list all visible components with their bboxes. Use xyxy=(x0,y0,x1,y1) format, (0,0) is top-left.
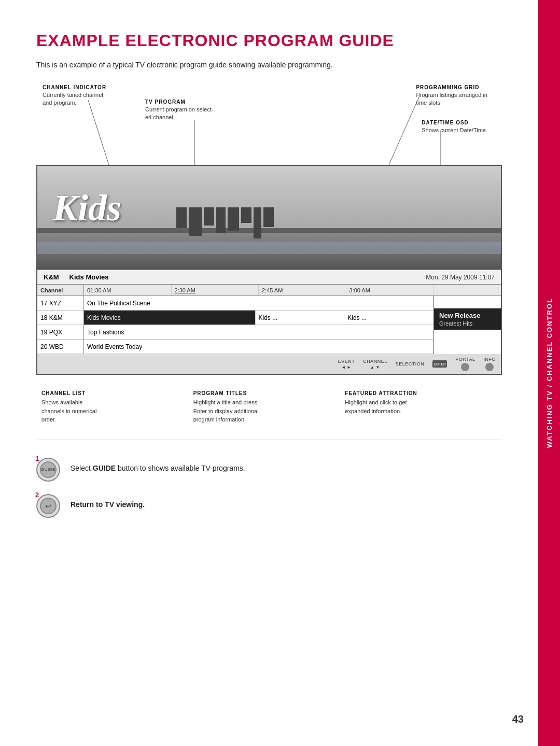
epg-diagram: CHANNEL INDICATOR Currently tuned channe… xyxy=(36,85,502,375)
programs-18km: Kids Movies Kids ... Kids ... xyxy=(84,311,433,325)
control-event[interactable]: EVENT ◄► xyxy=(338,359,355,370)
step-2-number: 2 xyxy=(35,491,39,499)
program-kids-2[interactable]: Kids ... xyxy=(344,311,433,325)
control-event-label: EVENT xyxy=(338,359,355,364)
time-0230: 2:30 AM xyxy=(172,285,259,295)
channel-19pqx: 19 PQX xyxy=(37,325,84,339)
guide-button[interactable]: GUIDE xyxy=(40,461,57,478)
enter-button[interactable]: ENTER xyxy=(432,360,447,368)
side-tab-text: WATCHING TV / CHANNEL CONTROL xyxy=(545,298,553,448)
control-info[interactable]: INFO xyxy=(484,357,496,371)
step-2: 2 ↩ Return to TV viewing. xyxy=(36,492,502,518)
portal-button[interactable] xyxy=(461,363,469,371)
annotation-channel-indicator: CHANNEL INDICATOR Currently tuned channe… xyxy=(43,85,106,107)
channel-17xyz: 17 XYZ xyxy=(37,296,84,310)
svg-line-0 xyxy=(88,100,109,165)
step-2-desc: Return to TV viewing. xyxy=(71,499,145,510)
annotation-channel-list: CHANNEL LIST Shows availablechannels in … xyxy=(41,390,193,424)
control-portal-label: PORTAL xyxy=(455,357,475,362)
video-area: Kids xyxy=(37,166,501,270)
side-tab: WATCHING TV / CHANNEL CONTROL xyxy=(538,0,560,746)
control-selection-label: SELECTION xyxy=(396,361,425,367)
channel-18km: 18 K&M xyxy=(37,311,84,325)
col-header-channel: Channel xyxy=(37,285,84,295)
program-top-fashions[interactable]: Top Fashions xyxy=(84,325,433,339)
featured-subtitle: Greatest Hits xyxy=(439,320,496,327)
info-button[interactable] xyxy=(485,363,494,371)
channel-arrows: ▲▼ xyxy=(370,365,380,370)
step-1-button[interactable]: GUIDE xyxy=(36,458,60,482)
featured-box[interactable]: New Release Greatest Hits xyxy=(433,308,501,330)
program-political-scene[interactable]: On The Political Scene xyxy=(84,296,433,310)
control-info-label: INFO xyxy=(484,357,496,362)
page-title: EXAMPLE ELECTRONIC PROGRAM GUIDE xyxy=(36,31,502,50)
programs-19pqx: Top Fashions xyxy=(84,325,433,339)
programs-17xyz: On The Political Scene xyxy=(84,296,433,310)
page-number: 43 xyxy=(512,713,524,725)
annotation-programming-grid: PROGRAMMING GRID Program listings arrang… xyxy=(416,85,487,107)
svg-line-2 xyxy=(389,95,420,165)
channel-bar: K&M Kids Movies Mon. 29 May 2009 11:07 xyxy=(37,270,501,285)
annotation-tv-program: TV PROGRAM Current program on select-ed … xyxy=(145,99,213,122)
annotation-program-titles: PROGRAM TITLES Highlight a title and pre… xyxy=(193,390,345,424)
program-kids-1[interactable]: Kids ... xyxy=(256,311,345,325)
step-1: 1 GUIDE Select GUIDE button to shows ava… xyxy=(36,456,502,482)
control-channel-label: CHANNEL xyxy=(363,359,387,364)
steps-section: 1 GUIDE Select GUIDE button to shows ava… xyxy=(36,456,502,518)
return-button[interactable]: ↩ xyxy=(40,498,57,514)
channel-program: Kids Movies xyxy=(69,273,109,281)
guide-button-label: GUIDE xyxy=(41,467,55,472)
step-2-button[interactable]: ↩ xyxy=(36,494,60,518)
below-annotations: CHANNEL LIST Shows availablechannels in … xyxy=(36,390,502,424)
grid-header: Channel 01:30 AM 2:30 AM 2:45 AM 3:00 AM xyxy=(37,285,501,296)
page-subtitle: This is an example of a typical TV elect… xyxy=(36,61,502,69)
program-world-events[interactable]: World Events Today xyxy=(84,340,433,354)
video-title-text: Kids xyxy=(53,187,121,230)
time-0300: 3:00 AM xyxy=(346,285,434,295)
control-portal[interactable]: PORTAL xyxy=(455,357,475,371)
epg-screen: Kids K&M Kids Movies Mon. 29 May 2009 11… xyxy=(36,165,502,375)
featured-attraction-area: New Release Greatest Hits xyxy=(433,296,501,354)
step-2-bold: Return to TV viewing. xyxy=(71,500,145,509)
programs-20wbd: World Events Today xyxy=(84,340,433,354)
program-kids-movies[interactable]: Kids Movies xyxy=(84,311,256,325)
control-channel[interactable]: CHANNEL ▲▼ xyxy=(363,359,387,370)
step-1-suffix: button to shows available TV programs. xyxy=(116,464,245,472)
grid-rows-container: 17 XYZ On The Political Scene 18 K&M Kid… xyxy=(37,296,501,354)
table-row[interactable]: 17 XYZ On The Political Scene xyxy=(37,296,433,311)
table-row[interactable]: 20 WBD World Events Today xyxy=(37,340,433,354)
control-enter[interactable]: ENTER xyxy=(432,360,447,368)
table-row[interactable]: 18 K&M Kids Movies Kids ... Kids ... xyxy=(37,311,433,325)
step-2-badge: 2 ↩ xyxy=(36,492,62,518)
time-0245: 2:45 AM xyxy=(259,285,346,295)
step-1-bold: GUIDE xyxy=(93,464,116,472)
control-selection[interactable]: SELECTION xyxy=(396,361,425,367)
featured-header-spacer xyxy=(433,285,501,295)
table-row[interactable]: 19 PQX Top Fashions xyxy=(37,325,433,340)
event-arrows: ◄► xyxy=(342,365,352,370)
channel-20wbd: 20 WBD xyxy=(37,340,84,354)
program-grid: Channel 01:30 AM 2:30 AM 2:45 AM 3:00 AM xyxy=(37,285,501,354)
channel-datetime: Mon. 29 May 2009 11:07 xyxy=(426,274,495,281)
featured-title: New Release xyxy=(439,312,496,319)
annotation-datetime-osd: DATE/TIME OSD Shows current Date/Time. xyxy=(422,120,487,134)
annotation-featured-attraction: FEATURED ATTRACTION Highlight and click … xyxy=(345,390,497,424)
section-divider xyxy=(36,440,502,440)
channel-id: K&M xyxy=(44,273,59,281)
return-icon: ↩ xyxy=(45,502,51,510)
time-0130: 01:30 AM xyxy=(84,285,172,295)
col-header-times: 01:30 AM 2:30 AM 2:45 AM 3:00 AM xyxy=(84,285,433,295)
grid-rows: 17 XYZ On The Political Scene 18 K&M Kid… xyxy=(37,296,433,354)
control-bar: EVENT ◄► CHANNEL ▲▼ SELECTION xyxy=(37,354,501,374)
step-1-badge: 1 GUIDE xyxy=(36,456,62,482)
step-1-desc: Select GUIDE button to shows available T… xyxy=(71,463,245,474)
step-1-number: 1 xyxy=(35,455,39,462)
